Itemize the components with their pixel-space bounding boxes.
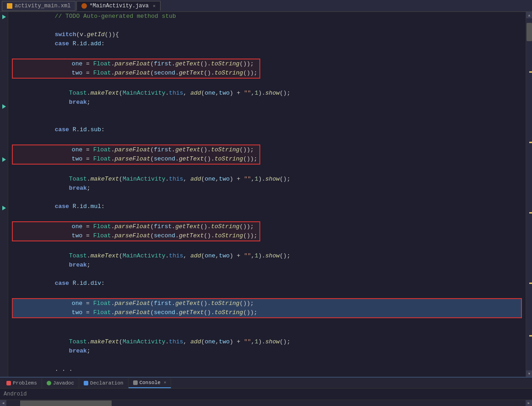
console-icon — [133, 380, 138, 385]
scroll-marker-1 — [529, 71, 532, 73]
bottom-content-area: Android — [0, 389, 532, 400]
main-area: // TODO Auto-generated method stub switc… — [0, 12, 532, 377]
scroll-marker-3 — [529, 212, 532, 214]
scroll-left-arrow[interactable]: ◀ — [0, 400, 6, 406]
gutter-marker-3 — [1, 156, 7, 163]
tab-javadoc-label: Javadoc — [53, 380, 74, 386]
gutter-marker-2 — [1, 103, 7, 110]
scroll-up-arrow[interactable]: ▲ — [526, 12, 532, 18]
status-text: Android — [4, 391, 27, 397]
gutter-marker-1 — [1, 14, 7, 20]
horizontal-scroll-track[interactable] — [6, 400, 526, 406]
title-bar: activity_main.xml *MainActivity.java ✕ — [0, 0, 532, 12]
console-close-icon[interactable]: ✕ — [164, 380, 166, 385]
code-editor[interactable]: // TODO Auto-generated method stub switc… — [8, 12, 526, 377]
tab-console[interactable]: Console ✕ — [129, 378, 172, 388]
scroll-down-arrow[interactable]: ▼ — [526, 370, 532, 377]
javadoc-icon — [47, 381, 51, 385]
gutter-marker-4 — [1, 205, 7, 211]
tab-xml-label: activity_main.xml — [15, 3, 70, 9]
tab-close-icon[interactable]: ✕ — [153, 3, 156, 9]
horizontal-scrollbar[interactable]: ◀ ▶ — [0, 400, 532, 406]
tab-console-label: Console — [140, 380, 161, 385]
bottom-tab-bar: Problems Javadoc Declaration Console ✕ — [0, 378, 532, 389]
vertical-scrollbar[interactable]: ▲ ▼ — [526, 12, 532, 377]
tab-problems[interactable]: Problems — [2, 378, 42, 388]
bottom-panel: Problems Javadoc Declaration Console ✕ A… — [0, 377, 532, 400]
editor-container: // TODO Auto-generated method stub switc… — [8, 12, 532, 377]
tab-problems-label: Problems — [13, 380, 37, 386]
xml-file-icon — [7, 3, 12, 9]
java-file-icon — [81, 3, 87, 9]
scroll-marker-4 — [529, 283, 532, 284]
tab-declaration[interactable]: Declaration — [79, 378, 129, 388]
tab-java-label: *MainActivity.java — [89, 3, 149, 9]
scroll-markers — [526, 18, 532, 370]
horizontal-scroll-thumb[interactable] — [20, 401, 112, 406]
problems-icon — [6, 381, 11, 385]
tab-javadoc[interactable]: Javadoc — [42, 378, 79, 388]
left-gutter — [0, 12, 8, 377]
tab-xml[interactable]: activity_main.xml — [2, 1, 75, 11]
tab-declaration-label: Declaration — [90, 380, 124, 386]
tab-java[interactable]: *MainActivity.java ✕ — [76, 1, 161, 11]
scroll-marker-2 — [529, 142, 532, 143]
scroll-track[interactable] — [526, 18, 532, 370]
scroll-right-arrow[interactable]: ▶ — [526, 400, 532, 406]
code-content: // TODO Auto-generated method stub switc… — [12, 12, 522, 374]
declaration-icon — [84, 381, 88, 385]
scroll-marker-5 — [529, 335, 532, 337]
